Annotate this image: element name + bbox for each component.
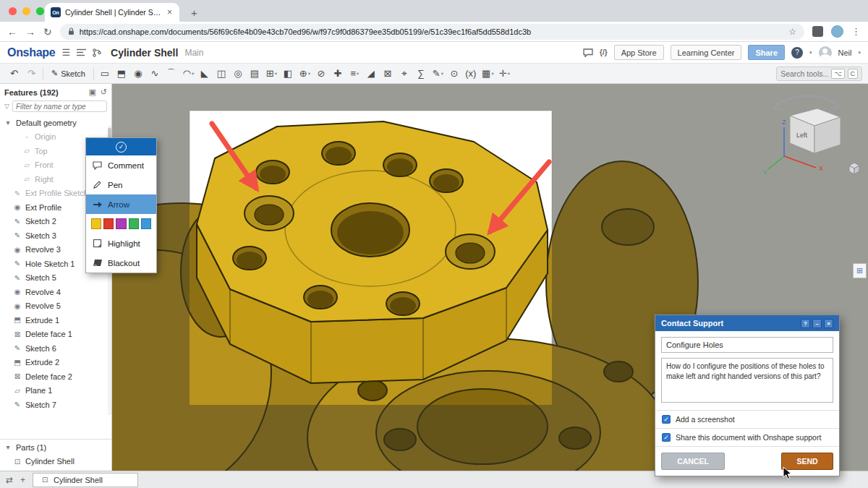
- chamfer-icon[interactable]: ◣: [197, 66, 213, 82]
- user-menu-caret-icon[interactable]: ▾: [858, 50, 861, 56]
- minimize-window-button[interactable]: [22, 7, 30, 15]
- url-input[interactable]: https://cad.onshape.com/documents/56f69c…: [60, 24, 804, 40]
- feature-item[interactable]: ⊠ Delete face 2: [0, 369, 111, 384]
- workspace-name[interactable]: Main: [184, 48, 203, 58]
- shell-icon[interactable]: ◫: [213, 66, 230, 82]
- branch-icon[interactable]: [93, 48, 101, 57]
- delete-face-icon[interactable]: ⊠: [380, 66, 396, 82]
- compare-icon[interactable]: ⇄: [6, 475, 13, 485]
- sheet-metal-icon[interactable]: ▭: [97, 66, 114, 82]
- search-tools-box[interactable]: ⌥ C: [776, 67, 862, 81]
- extension-icon[interactable]: [812, 26, 823, 37]
- draft-icon[interactable]: ◢: [363, 66, 380, 82]
- parts-group-header[interactable]: ▾ Parts (1): [0, 440, 111, 455]
- new-tab-button[interactable]: +: [187, 7, 202, 19]
- browser-tab[interactable]: On Cylinder Shell | Cylinder Shell ×: [45, 3, 179, 22]
- mirror-icon[interactable]: ◧: [280, 66, 297, 82]
- menu-item-comment[interactable]: Comment: [86, 155, 156, 175]
- share-document-row[interactable]: ✓ Share this document with Onshape suppo…: [655, 428, 839, 446]
- color-swatch-yellow[interactable]: [91, 218, 101, 229]
- revolve-icon[interactable]: ◉: [130, 66, 147, 82]
- partstudio-tab[interactable]: ⊡ Cylinder Shell: [33, 473, 138, 487]
- share-button[interactable]: Share: [748, 45, 785, 60]
- versions-icon[interactable]: [77, 48, 86, 56]
- help-icon[interactable]: ?: [791, 47, 803, 59]
- measure-icon[interactable]: ⌖: [396, 66, 413, 82]
- reload-icon[interactable]: ↻: [43, 27, 52, 37]
- cancel-button[interactable]: CANCEL: [661, 453, 725, 470]
- feature-item[interactable]: ▱ Plane 1: [0, 384, 111, 398]
- back-icon[interactable]: ←: [7, 27, 17, 37]
- feature-item[interactable]: ◉ Revolve 5: [0, 299, 111, 314]
- boolean-icon[interactable]: ⊕ ▾: [297, 66, 313, 82]
- point-icon[interactable]: ⊙: [446, 66, 463, 82]
- dialog-help-icon[interactable]: ?: [801, 319, 810, 328]
- sketch-button[interactable]: ✎ Sketch: [46, 66, 90, 82]
- feature-item[interactable]: ⬒ Extrude 1: [0, 313, 111, 328]
- split-icon[interactable]: ⊘: [313, 66, 330, 82]
- pattern-tools-icon[interactable]: ▦ ▾: [480, 66, 496, 82]
- rollback-icon[interactable]: ↺: [101, 87, 107, 97]
- menu-item-pen[interactable]: Pen: [86, 175, 156, 194]
- app-store-button[interactable]: App Store: [614, 45, 664, 60]
- add-tab-icon[interactable]: +: [20, 475, 25, 485]
- feature-item[interactable]: ▾ Default geometry: [0, 116, 111, 130]
- comment-bubble-icon[interactable]: [583, 48, 593, 57]
- redo-icon[interactable]: ↷: [23, 66, 40, 82]
- browser-menu-icon[interactable]: ⋮: [851, 26, 861, 37]
- color-swatch-purple[interactable]: [116, 218, 126, 229]
- menu-item-blackout[interactable]: Blackout: [86, 253, 156, 273]
- linear-pattern-icon[interactable]: ⊞ ▾: [263, 66, 280, 82]
- mass-properties-icon[interactable]: ∑: [413, 66, 430, 82]
- variable-icon[interactable]: (x): [463, 66, 480, 82]
- sweep-icon[interactable]: ∿: [147, 66, 163, 82]
- main-menu-icon[interactable]: ☰: [61, 47, 70, 58]
- add-screenshot-row[interactable]: ✓ Add a screenshot: [655, 410, 839, 428]
- collapse-panel-button[interactable]: ⊞: [853, 263, 867, 278]
- undo-icon[interactable]: ↶: [6, 66, 22, 82]
- close-window-button[interactable]: [9, 7, 17, 15]
- fillet-icon[interactable]: ◠ ▾: [180, 66, 197, 82]
- zoom-window-button[interactable]: [36, 7, 44, 15]
- tab-close-icon[interactable]: ×: [166, 7, 174, 17]
- menu-item-highlight[interactable]: Highlight: [86, 234, 156, 253]
- bookmark-star-icon[interactable]: ☆: [788, 27, 796, 37]
- hole-icon[interactable]: ◎: [230, 66, 247, 82]
- featurescript-icon[interactable]: {/}: [600, 48, 608, 56]
- feature-item[interactable]: ✎ Sketch 7: [0, 398, 111, 412]
- feature-item[interactable]: ⬒ Extrude 2: [0, 356, 111, 370]
- isometric-view-icon[interactable]: [848, 162, 861, 175]
- dialog-close-icon[interactable]: ×: [824, 319, 833, 328]
- learning-center-button[interactable]: Learning Center: [671, 45, 742, 60]
- rib-icon[interactable]: ▤: [247, 66, 263, 82]
- subject-input[interactable]: [661, 337, 833, 353]
- onshape-logo[interactable]: Onshape: [7, 46, 55, 59]
- part-item[interactable]: ⊡ Cylinder Shell: [0, 455, 111, 469]
- extrude-icon[interactable]: ⬒: [114, 66, 130, 82]
- search-tools-input[interactable]: [780, 69, 828, 78]
- dialog-header[interactable]: Contact Support ? – ×: [655, 315, 839, 331]
- feature-item[interactable]: ⊠ Delete face 1: [0, 328, 111, 342]
- color-swatch-red[interactable]: [103, 218, 114, 229]
- insert-tool-icon[interactable]: ✛ ▾: [496, 66, 513, 82]
- forward-icon[interactable]: →: [25, 27, 35, 37]
- sketch-tools-icon[interactable]: ✎ ▾: [430, 66, 446, 82]
- loft-icon[interactable]: ⌒: [163, 66, 180, 82]
- add-screenshot-checkbox[interactable]: ✓: [662, 415, 671, 424]
- share-document-checkbox[interactable]: ✓: [662, 433, 671, 442]
- user-avatar[interactable]: [819, 46, 832, 59]
- offset-surface-icon[interactable]: ≡ ▾: [346, 66, 363, 82]
- annotation-menu-header[interactable]: ✓: [86, 138, 156, 155]
- insert-feature-icon[interactable]: ▣: [88, 87, 95, 97]
- menu-item-arrow[interactable]: Arrow: [86, 194, 156, 214]
- dialog-minimize-icon[interactable]: –: [812, 319, 822, 328]
- color-swatch-green[interactable]: [129, 218, 139, 229]
- feature-item[interactable]: ◉ Revolve 4: [0, 285, 111, 299]
- feature-item[interactable]: ✎ Sketch 6: [0, 341, 111, 356]
- color-swatch-blue[interactable]: [141, 218, 151, 229]
- browser-profile-avatar[interactable]: [831, 25, 843, 38]
- transform-icon[interactable]: ✚: [330, 66, 346, 82]
- message-textarea[interactable]: How do I configure the positions of thes…: [661, 358, 833, 403]
- feature-filter-input[interactable]: [12, 100, 107, 112]
- view-cube[interactable]: Left Z X Y: [762, 87, 856, 182]
